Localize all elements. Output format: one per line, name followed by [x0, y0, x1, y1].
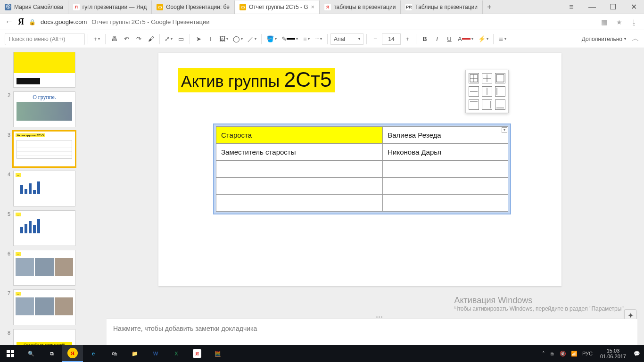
table-cell[interactable]: [383, 161, 508, 178]
tray-volume-icon[interactable]: 🔇: [560, 351, 566, 357]
table-cell[interactable]: [383, 195, 508, 212]
menu-search-input[interactable]: Поиск по меню (Alt+/): [5, 33, 85, 45]
collapse-toolbar-button[interactable]: ︿: [632, 34, 639, 44]
textbox-tool[interactable]: T: [205, 33, 216, 45]
table-cell[interactable]: [216, 161, 383, 178]
border-top-icon[interactable]: [469, 99, 479, 110]
table-cell[interactable]: Староста: [216, 127, 383, 144]
slide-title[interactable]: Актив группы 2Ст5: [178, 68, 335, 92]
redo-button[interactable]: ↷: [133, 33, 144, 45]
slide-thumbnail[interactable]: ...: [13, 210, 75, 246]
border-bottom-icon[interactable]: [495, 99, 505, 110]
zoom-button[interactable]: ⤢: [163, 33, 174, 45]
border-all-icon[interactable]: [469, 73, 479, 83]
browser-tab[interactable]: PRТаблицы в презентации: [401, 0, 483, 14]
font-size-dec[interactable]: −: [370, 33, 381, 45]
slide-thumbnails-panel[interactable]: 2О группе.3Актив группы 2Ст54...5...6...…: [0, 48, 102, 345]
border-horiz-icon[interactable]: [469, 86, 479, 97]
downloads-icon[interactable]: ⭳: [629, 18, 639, 26]
start-button[interactable]: [0, 345, 21, 362]
border-weight-button[interactable]: ≡: [301, 33, 312, 45]
tray-notifications-icon[interactable]: 💬: [634, 351, 640, 357]
tray-chevron-icon[interactable]: ˄: [542, 351, 545, 357]
print-button[interactable]: 🖶: [108, 33, 120, 45]
align-button[interactable]: ≣: [496, 33, 508, 45]
taskbar-edge[interactable]: e: [83, 345, 104, 362]
fit-button[interactable]: ▭: [175, 33, 187, 45]
task-view-button[interactable]: ⧉: [41, 345, 62, 362]
border-right-icon[interactable]: [482, 99, 492, 110]
table-cell[interactable]: Валиева Резеда: [383, 127, 508, 144]
tray-language[interactable]: РУС: [582, 351, 593, 356]
image-tool[interactable]: 🖼: [217, 33, 230, 45]
system-tray[interactable]: ˄ 🗈 🔇 📶 РУС 15:03 01.06.2017 💬: [538, 348, 644, 359]
table-selection[interactable]: ▾ СтаростаВалиева РезедаЗаместитель стар…: [213, 123, 511, 214]
taskbar-yandex-browser[interactable]: Я: [62, 345, 83, 362]
yandex-home-button[interactable]: Я: [18, 17, 24, 27]
taskbar-explorer[interactable]: 📁: [124, 345, 145, 362]
notes-resize-handle[interactable]: [372, 316, 386, 319]
text-color-button[interactable]: A: [456, 33, 475, 45]
more-options-button[interactable]: Дополнительно▾: [582, 36, 626, 42]
tray-clock[interactable]: 15:03 01.06.2017: [597, 348, 629, 359]
window-close[interactable]: ✕: [623, 0, 644, 14]
slide-thumbnail[interactable]: Спасибо за внимание!!!: [13, 329, 75, 345]
browser-tab[interactable]: ▭Google Презентации: бе: [152, 0, 235, 14]
slide-thumbnail[interactable]: ...: [13, 289, 75, 325]
browser-tab[interactable]: Ятаблицы в презентации: [320, 0, 401, 14]
table-cell[interactable]: [216, 195, 383, 212]
slide-thumbnail[interactable]: [13, 52, 75, 88]
line-tool[interactable]: ／: [246, 33, 258, 45]
bold-button[interactable]: B: [419, 33, 430, 45]
browser-menu-button[interactable]: ≡: [561, 0, 582, 14]
slide-thumbnail[interactable]: Актив группы 2Ст5: [13, 131, 75, 167]
url-host[interactable]: docs.google.com: [41, 18, 87, 25]
slide-canvas[interactable]: Актив группы 2Ст5 ▾ СтаростаВалиева Резе…: [158, 53, 561, 286]
tab-close-icon[interactable]: ×: [311, 3, 315, 10]
nav-back-button[interactable]: ←: [5, 17, 13, 27]
tray-wifi-icon[interactable]: 📶: [571, 351, 578, 357]
undo-button[interactable]: ↶: [121, 33, 132, 45]
speaker-notes[interactable]: Нажмите, чтобы добавить заметки докладчи…: [107, 319, 637, 345]
new-slide-button[interactable]: +: [91, 33, 102, 45]
underline-button[interactable]: U: [444, 33, 455, 45]
font-family-select[interactable]: Arial▾: [330, 33, 363, 45]
bookmark-star-icon[interactable]: ★: [614, 18, 624, 26]
border-left-icon[interactable]: [495, 86, 505, 97]
browser-tab[interactable]: ▭Отчет группы 2Ст5 - G×: [235, 0, 320, 14]
browser-tab[interactable]: Ягугл презентации — Янд: [68, 0, 152, 14]
border-inner-icon[interactable]: [482, 73, 492, 83]
taskbar-word[interactable]: W: [145, 345, 166, 362]
paint-format-button[interactable]: 🖌: [145, 33, 157, 45]
taskbar-excel[interactable]: X: [166, 345, 187, 362]
border-dash-button[interactable]: ┄: [313, 33, 324, 45]
tray-battery-icon[interactable]: 🗈: [550, 351, 555, 356]
table-cell[interactable]: [216, 178, 383, 195]
taskbar-yandex[interactable]: Я: [187, 345, 207, 362]
border-outer-icon[interactable]: [495, 73, 505, 83]
taskbar-store[interactable]: 🛍: [104, 345, 124, 362]
protect-icon[interactable]: ▦: [599, 18, 609, 26]
table-cell[interactable]: Заместитель старосты: [216, 144, 383, 161]
slide-table[interactable]: СтаростаВалиева РезедаЗаместитель старос…: [216, 126, 508, 212]
slide-thumbnail[interactable]: ...: [13, 171, 75, 206]
font-size-input[interactable]: 14: [382, 33, 401, 45]
table-cell[interactable]: [383, 178, 508, 195]
canvas-area[interactable]: Актив группы 2Ст5 ▾ СтаростаВалиева Резе…: [102, 48, 644, 345]
select-tool[interactable]: ➤: [193, 33, 204, 45]
highlight-color-button[interactable]: ⚡: [476, 33, 490, 45]
table-border-popup[interactable]: [465, 70, 509, 113]
border-vert-icon[interactable]: [482, 86, 492, 97]
new-tab-button[interactable]: +: [483, 3, 496, 11]
taskbar-calculator[interactable]: 🧮: [207, 345, 228, 362]
border-color-button[interactable]: ✎: [280, 33, 300, 45]
slide-thumbnail[interactable]: О группе.: [13, 91, 75, 127]
browser-tab[interactable]: ⓋМария Самойлова: [0, 0, 68, 14]
shape-tool[interactable]: ◯: [231, 33, 245, 45]
window-minimize[interactable]: —: [582, 0, 603, 14]
fill-color-button[interactable]: 🪣: [264, 33, 279, 45]
slide-thumbnail[interactable]: ...: [13, 250, 75, 286]
font-size-inc[interactable]: +: [402, 33, 413, 45]
table-cell[interactable]: Никонова Дарья: [383, 144, 508, 161]
italic-button[interactable]: I: [431, 33, 443, 45]
